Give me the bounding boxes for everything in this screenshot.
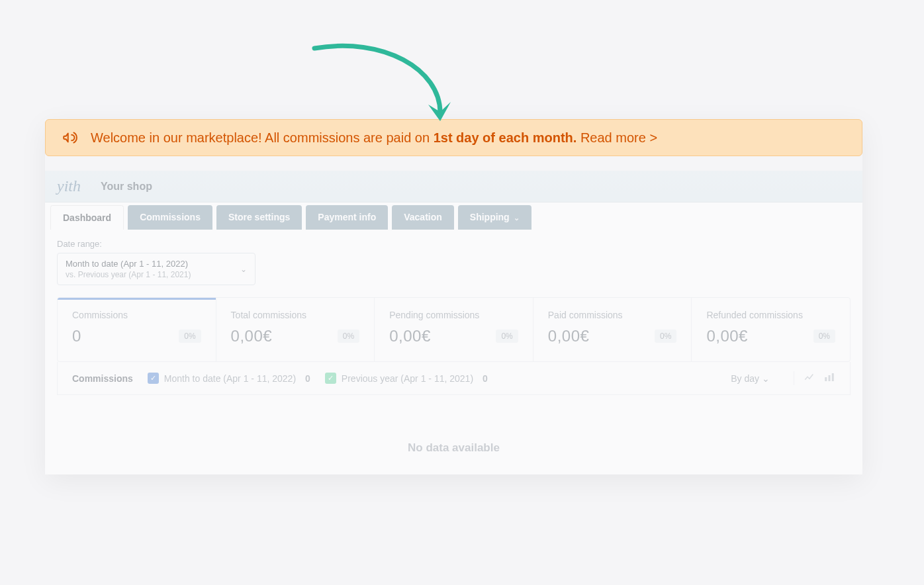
- chevron-down-icon: ⌄: [514, 214, 520, 222]
- tab-commissions[interactable]: Commissions: [128, 205, 212, 230]
- read-more-link[interactable]: Read more >: [580, 130, 657, 145]
- stat-total-commissions[interactable]: Total commissions 0,00€ 0%: [216, 298, 375, 361]
- stat-badge: 0%: [338, 330, 359, 343]
- date-range-main: Month to date (Apr 1 - 11, 2022): [66, 259, 228, 269]
- stat-title: Total commissions: [231, 310, 360, 320]
- chart-toolbar: Commissions ✓ Month to date (Apr 1 - 11,…: [57, 362, 851, 395]
- legend-month-to-date[interactable]: ✓ Month to date (Apr 1 - 11, 2022) 0: [148, 373, 310, 384]
- nav-tabs: Dashboard Commissions Store settings Pay…: [45, 202, 862, 230]
- stat-value: 0: [72, 327, 81, 345]
- checkbox-icon: ✓: [325, 373, 336, 384]
- shop-name: Your shop: [101, 181, 152, 193]
- checkbox-icon: ✓: [148, 373, 159, 384]
- tab-label: Commissions: [140, 212, 201, 222]
- stat-title: Refunded commissions: [706, 310, 835, 320]
- stat-badge: 0%: [179, 330, 201, 343]
- tab-shipping[interactable]: Shipping⌄: [458, 205, 531, 230]
- bar-chart-icon[interactable]: [823, 371, 835, 385]
- stat-pending-commissions[interactable]: Pending commissions 0,00€ 0%: [374, 298, 533, 361]
- stat-paid-commissions[interactable]: Paid commissions 0,00€ 0%: [533, 298, 692, 361]
- svg-rect-0: [825, 377, 827, 381]
- stat-title: Commissions: [72, 310, 201, 320]
- announcement-banner: Welcome in our marketplace! All commissi…: [45, 119, 862, 156]
- content-area: Date range: Month to date (Apr 1 - 11, 2…: [45, 230, 862, 474]
- banner-prefix: Welcome in our marketplace! All commissi…: [91, 130, 434, 145]
- tab-store-settings[interactable]: Store settings: [216, 205, 302, 230]
- stat-title: Pending commissions: [389, 310, 518, 320]
- stat-badge: 0%: [655, 330, 676, 343]
- stat-value: 0,00€: [706, 327, 748, 345]
- stat-title: Paid commissions: [548, 310, 677, 320]
- brand-logo: yith: [57, 177, 81, 195]
- tab-vacation[interactable]: Vacation: [392, 205, 454, 230]
- legend-label: Month to date (Apr 1 - 11, 2022): [164, 373, 296, 384]
- page-container: Welcome in our marketplace! All commissi…: [45, 119, 862, 474]
- svg-rect-1: [829, 375, 831, 381]
- legend-previous-year[interactable]: ✓ Previous year (Apr 1 - 11, 2021) 0: [325, 373, 488, 384]
- stat-value: 0,00€: [389, 327, 431, 345]
- stats-row: Commissions 0 0% Total commissions 0,00€…: [57, 297, 851, 362]
- stat-value: 0,00€: [231, 327, 273, 345]
- tab-dashboard[interactable]: Dashboard: [50, 205, 124, 230]
- no-data-message: No data available: [57, 395, 851, 474]
- date-range-label: Date range:: [57, 239, 851, 249]
- chevron-down-icon: ⌄: [762, 373, 770, 384]
- legend-count: 0: [483, 373, 488, 384]
- tab-label: Payment info: [318, 212, 376, 222]
- stat-commissions[interactable]: Commissions 0 0%: [58, 298, 216, 361]
- legend-count: 0: [305, 373, 310, 384]
- date-range-sub: vs. Previous year (Apr 1 - 11, 2021): [66, 270, 228, 279]
- granularity-label: By day: [731, 373, 759, 384]
- date-range-select[interactable]: Month to date (Apr 1 - 11, 2022) vs. Pre…: [57, 253, 255, 285]
- stat-value: 0,00€: [548, 327, 590, 345]
- stat-badge: 0%: [813, 330, 835, 343]
- granularity-select[interactable]: By day ⌄: [731, 373, 770, 384]
- legend-label: Previous year (Apr 1 - 11, 2021): [342, 373, 473, 384]
- stat-refunded-commissions[interactable]: Refunded commissions 0,00€ 0%: [691, 298, 850, 361]
- chart-title: Commissions: [72, 373, 133, 384]
- megaphone-icon: [62, 129, 79, 146]
- svg-rect-2: [832, 373, 834, 381]
- banner-bold: 1st day of each month.: [434, 130, 577, 145]
- chart-type-icons: [794, 371, 835, 385]
- tab-label: Dashboard: [63, 212, 111, 223]
- chevron-down-icon: ⌄: [240, 265, 247, 274]
- banner-text: Welcome in our marketplace! All commissi…: [91, 130, 657, 146]
- topbar: yith Your shop: [45, 171, 862, 202]
- dashboard-panel: yith Your shop Dashboard Commissions Sto…: [45, 171, 862, 474]
- tab-label: Vacation: [404, 212, 442, 222]
- tab-label: Store settings: [228, 212, 290, 222]
- tab-payment-info[interactable]: Payment info: [306, 205, 388, 230]
- line-chart-icon[interactable]: [804, 371, 815, 385]
- stat-badge: 0%: [496, 330, 518, 343]
- tab-label: Shipping: [470, 212, 510, 222]
